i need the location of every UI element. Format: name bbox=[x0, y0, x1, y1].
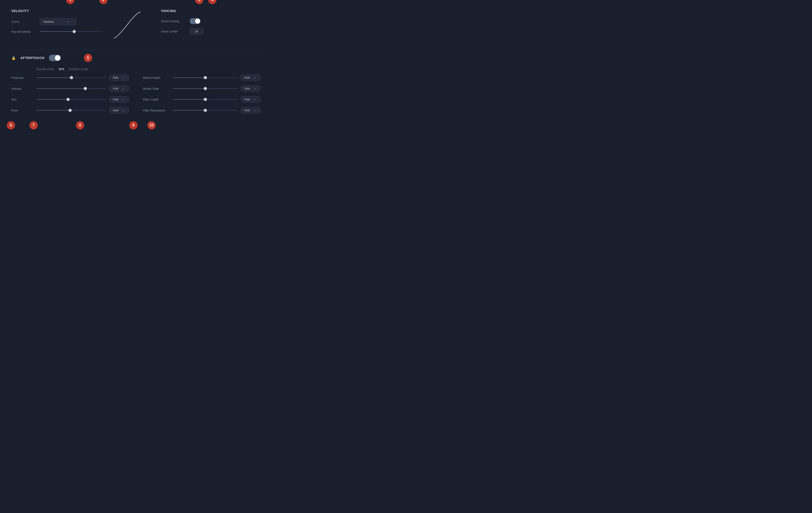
key-sensitivity-label: Key Sensitivity bbox=[11, 30, 36, 33]
filter-cutoff-label: Filter Cutoff bbox=[143, 98, 170, 101]
pan-chevron-icon: ∨ bbox=[122, 98, 124, 101]
pan-track bbox=[37, 99, 106, 99]
param-row-pan: Pan Auto ∨ bbox=[11, 96, 129, 103]
motion-depth-label: Motion Depth bbox=[143, 76, 170, 80]
param-row-volume: Volume Auto ∨ bbox=[11, 85, 129, 92]
motion-depth-thumb[interactable] bbox=[204, 76, 207, 79]
annotation-1: 1 bbox=[66, 0, 75, 4]
pan-slider[interactable] bbox=[37, 97, 106, 102]
motion-depth-fill bbox=[173, 77, 205, 78]
volume-slider[interactable] bbox=[37, 86, 106, 91]
proximity-slider[interactable] bbox=[37, 75, 106, 80]
aftertouch-toggle-knob bbox=[55, 55, 60, 61]
filter-resonance-slider[interactable] bbox=[173, 108, 238, 113]
lock-icon: 🔒 bbox=[11, 56, 16, 60]
voice-limiter-row: Voice Limiter 24 bbox=[161, 28, 261, 35]
smart-voicing-row: Smart Voicing bbox=[161, 18, 261, 24]
filter-resonance-thumb[interactable] bbox=[204, 109, 207, 112]
proximity-track bbox=[37, 77, 106, 78]
aftertouch-col-headers: Female Choir SFX Ambient Guitar bbox=[11, 67, 261, 71]
motion-rate-dropdown[interactable]: Auto ∨ bbox=[240, 85, 261, 92]
motion-rate-track bbox=[173, 88, 238, 89]
filter-cutoff-thumb[interactable] bbox=[204, 98, 207, 101]
col-header-sfx: SFX bbox=[59, 67, 64, 71]
param-row-filter-resonance: Filter Resonance Auto ∨ bbox=[143, 107, 261, 114]
slider-track bbox=[40, 31, 102, 32]
filter-cutoff-chevron-icon: ∨ bbox=[254, 98, 256, 101]
curve-row: Curve Hardest ∨ bbox=[11, 18, 102, 25]
volume-chevron-icon: ∨ bbox=[122, 87, 124, 90]
filter-resonance-label: Filter Resonance bbox=[143, 109, 170, 112]
motion-rate-fill bbox=[173, 88, 205, 89]
proximity-fill bbox=[37, 77, 71, 78]
pitch-fill bbox=[37, 110, 70, 111]
proximity-chevron-icon: ∨ bbox=[122, 77, 124, 79]
smart-voicing-toggle[interactable] bbox=[190, 18, 201, 24]
param-row-proximity: Proximity Auto ∨ bbox=[11, 75, 129, 81]
volume-label: Volume bbox=[11, 87, 34, 90]
param-row-filter-cutoff: Filter Cutoff Auto ∨ bbox=[143, 96, 261, 103]
pitch-dropdown[interactable]: Auto ∨ bbox=[109, 107, 129, 114]
top-section: VELOCITY Curve Hardest ∨ Key Sensitivity bbox=[11, 9, 261, 41]
col-header-female-choir: Female Choir bbox=[36, 67, 54, 71]
annotation-2: 2 bbox=[99, 0, 108, 4]
aftertouch-title: AFTERTOUCH bbox=[21, 56, 45, 60]
volume-track bbox=[37, 88, 106, 89]
curve-dropdown[interactable]: Hardest ∨ bbox=[40, 18, 76, 25]
motion-rate-slider[interactable] bbox=[173, 86, 238, 91]
pan-label: Pan bbox=[11, 98, 34, 101]
volume-fill bbox=[37, 88, 85, 89]
motion-depth-slider[interactable] bbox=[173, 75, 238, 80]
volume-dropdown[interactable]: Auto ∨ bbox=[109, 85, 129, 92]
proximity-dropdown[interactable]: Auto ∨ bbox=[109, 75, 129, 81]
motion-rate-thumb[interactable] bbox=[204, 87, 207, 90]
aftertouch-grid: Proximity Auto ∨ Volume bbox=[11, 75, 261, 118]
slider-fill bbox=[40, 31, 74, 32]
bottom-spacer bbox=[11, 118, 261, 132]
motion-depth-chevron-icon: ∨ bbox=[254, 77, 256, 79]
curve-value: Hardest bbox=[44, 20, 54, 23]
slider-thumb[interactable] bbox=[72, 30, 76, 33]
param-row-pitch: Pitch Auto ∨ bbox=[11, 107, 129, 114]
pitch-slider[interactable] bbox=[37, 108, 106, 113]
param-row-motion-depth: Motion Depth Auto ∨ bbox=[143, 75, 261, 81]
curve-preview bbox=[107, 9, 147, 41]
voice-limiter-value[interactable]: 24 bbox=[190, 28, 203, 35]
key-sensitivity-slider[interactable] bbox=[40, 29, 102, 34]
filter-cutoff-fill bbox=[173, 99, 205, 99]
filter-resonance-chevron-icon: ∨ bbox=[254, 109, 256, 112]
curve-label: Curve bbox=[11, 20, 36, 23]
filter-cutoff-dropdown[interactable]: Auto ∨ bbox=[240, 96, 261, 103]
voicing-title: VOICING bbox=[161, 9, 261, 13]
motion-depth-dropdown[interactable]: Auto ∨ bbox=[240, 75, 261, 81]
aftertouch-header: 🔒 AFTERTOUCH bbox=[11, 55, 261, 61]
pan-thumb[interactable] bbox=[66, 98, 70, 101]
param-row-motion-rate: Motion Rate Auto ∨ bbox=[143, 85, 261, 92]
velocity-curve-svg bbox=[111, 9, 143, 41]
pan-fill bbox=[37, 99, 68, 99]
filter-cutoff-slider[interactable] bbox=[173, 97, 238, 102]
pitch-chevron-icon: ∨ bbox=[122, 109, 124, 112]
pitch-track bbox=[37, 110, 106, 111]
velocity-section: VELOCITY Curve Hardest ∨ Key Sensitivity bbox=[11, 9, 107, 41]
filter-resonance-track bbox=[173, 110, 238, 111]
pitch-thumb[interactable] bbox=[68, 109, 72, 112]
smart-voicing-label: Smart Voicing bbox=[161, 20, 186, 23]
toggle-knob bbox=[195, 19, 200, 24]
main-container: 1 2 3 4 VELOCITY Curve Hardest ∨ Key Sen… bbox=[0, 0, 272, 141]
motion-depth-track bbox=[173, 77, 238, 78]
voicing-section: VOICING Smart Voicing Voice Limiter 24 bbox=[147, 9, 261, 41]
proximity-thumb[interactable] bbox=[70, 76, 73, 79]
motion-rate-label: Motion Rate bbox=[143, 87, 170, 90]
aftertouch-right-col: Motion Depth Auto ∨ Motion Rate bbox=[143, 75, 261, 118]
annotation-4: 4 bbox=[208, 0, 216, 4]
pan-dropdown[interactable]: Auto ∨ bbox=[109, 96, 129, 103]
velocity-title: VELOCITY bbox=[11, 9, 102, 13]
aftertouch-left-col: Proximity Auto ∨ Volume bbox=[11, 75, 129, 118]
filter-resonance-dropdown[interactable]: Auto ∨ bbox=[240, 107, 261, 114]
aftertouch-toggle[interactable] bbox=[49, 55, 61, 61]
curve-chevron-icon: ∨ bbox=[67, 21, 69, 23]
voice-limiter-label: Voice Limiter bbox=[161, 30, 186, 33]
key-sensitivity-row: Key Sensitivity bbox=[11, 29, 102, 34]
volume-thumb[interactable] bbox=[84, 87, 87, 90]
